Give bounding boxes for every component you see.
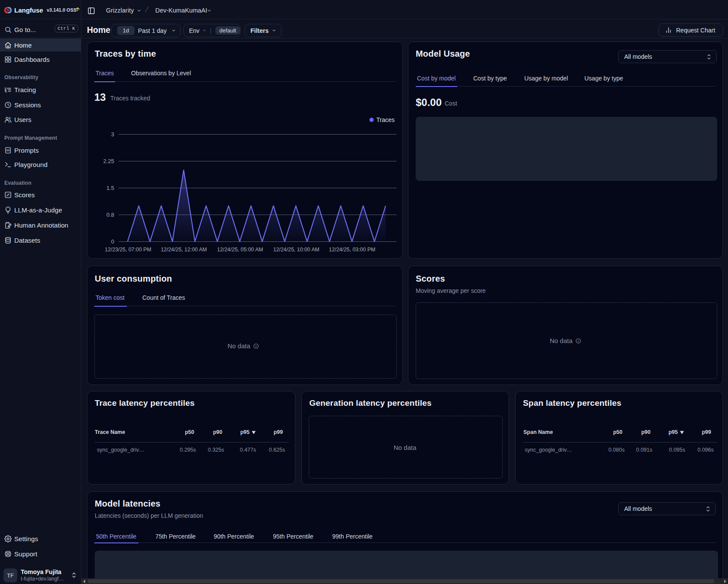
svg-text:12/24/25, 03:00 PM: 12/24/25, 03:00 PM [329, 247, 375, 253]
svg-text:3: 3 [111, 131, 114, 138]
svg-text:Traces: Traces [376, 116, 394, 123]
svg-text:1.5: 1.5 [106, 185, 114, 191]
svg-text:12/24/25, 10:00 AM: 12/24/25, 10:00 AM [273, 247, 320, 253]
svg-text:2.25: 2.25 [103, 158, 114, 164]
svg-text:12/23/25, 07:00 PM: 12/23/25, 07:00 PM [105, 247, 151, 253]
svg-text:12/24/25, 12:00 AM: 12/24/25, 12:00 AM [161, 247, 207, 253]
svg-text:0.8: 0.8 [106, 212, 114, 218]
svg-text:12/24/25, 05:00 AM: 12/24/25, 05:00 AM [217, 247, 263, 253]
svg-text:0: 0 [111, 238, 114, 245]
